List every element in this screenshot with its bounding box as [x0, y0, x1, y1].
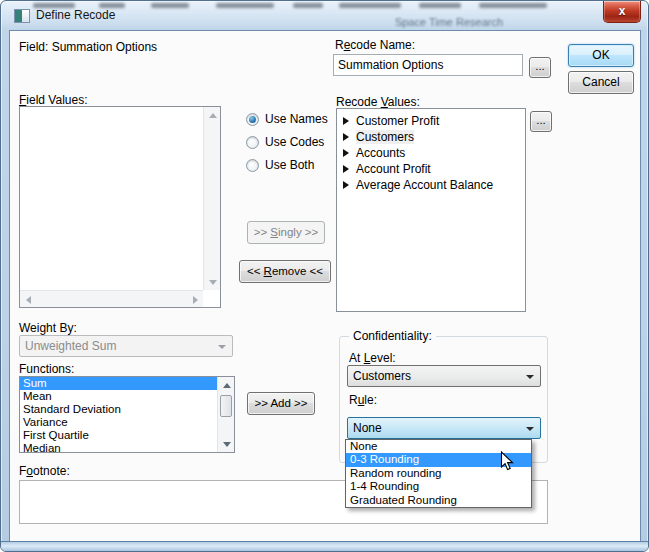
recode-value-item[interactable]: Average Account Balance: [337, 177, 525, 193]
app-icon: [14, 9, 30, 23]
triangle-up-icon: [223, 383, 231, 388]
expand-arrow-icon[interactable]: [343, 181, 349, 189]
recode-value-item[interactable]: Account Profit: [337, 161, 525, 177]
function-item[interactable]: Median: [20, 442, 217, 453]
functions-label: Functions:: [19, 362, 74, 376]
scroll-down-button[interactable]: [204, 274, 221, 290]
recode-name-label: Recode Name:: [335, 38, 415, 52]
rule-value: None: [353, 421, 382, 435]
rule-option[interactable]: 1-4 Rounding: [346, 480, 531, 493]
rule-combobox[interactable]: None: [347, 417, 541, 439]
function-item[interactable]: Variance: [20, 416, 217, 429]
at-level-combobox[interactable]: Customers: [347, 365, 541, 387]
weight-by-combobox[interactable]: Unweighted Sum: [19, 335, 233, 357]
scroll-up-button[interactable]: [204, 107, 221, 123]
recode-value-item[interactable]: Customers: [337, 129, 525, 145]
radio-icon: [246, 136, 259, 149]
window-bottom-border: [1, 541, 648, 551]
triangle-right-icon: [193, 296, 198, 304]
background-watermark: Space Time Research: [384, 16, 514, 28]
chevron-down-icon: [526, 427, 534, 431]
scroll-down-button[interactable]: [218, 436, 235, 452]
function-item[interactable]: Standard Deviation: [20, 403, 217, 416]
radio-label: Use Codes: [265, 135, 324, 149]
remove-button[interactable]: << Remove <<: [239, 260, 331, 283]
weight-by-label: Weight By:: [19, 321, 77, 335]
triangle-down-icon: [209, 280, 217, 285]
recode-name-browse-button[interactable]: ...: [529, 57, 551, 78]
ok-button[interactable]: OK: [568, 44, 634, 67]
field-values-hscrollbar[interactable]: [20, 290, 203, 307]
add-button[interactable]: >> Add >>: [247, 392, 315, 415]
radio-label: Use Both: [265, 158, 314, 172]
function-item[interactable]: Sum: [20, 377, 217, 390]
mouse-cursor-icon: [500, 451, 514, 472]
scroll-right-button[interactable]: [187, 291, 203, 308]
titlebar-artifact: [216, 3, 274, 8]
define-recode-dialog: Space Time Research Define Recode x Fiel…: [0, 0, 649, 552]
at-level-value: Customers: [353, 369, 411, 383]
recode-values-label: Recode Values:: [336, 95, 420, 109]
confidentiality-label: Confidentiality:: [349, 329, 436, 343]
window-title: Define Recode: [36, 8, 115, 22]
titlebar-artifact: [151, 3, 189, 8]
dialog-client-area: Field: Summation Options Recode Name: ..…: [9, 30, 641, 543]
field-summary-label: Field: Summation Options: [19, 40, 157, 54]
expand-arrow-icon[interactable]: [343, 149, 349, 157]
rule-dropdown-list[interactable]: None 0-3 Rounding Random rounding 1-4 Ro…: [345, 439, 532, 508]
functions-vscrollbar[interactable]: [217, 377, 234, 452]
function-item[interactable]: First Quartile: [20, 429, 217, 442]
rule-option[interactable]: Graduated Rounding: [346, 494, 531, 507]
recode-values-listbox[interactable]: Customer Profit Customers Accounts Accou…: [336, 108, 526, 312]
expand-arrow-icon[interactable]: [343, 133, 349, 141]
scrollbar-thumb[interactable]: [220, 395, 232, 417]
radio-icon: [246, 159, 259, 172]
weight-by-value: Unweighted Sum: [25, 339, 116, 353]
titlebar-artifact: [479, 3, 547, 8]
title-bar[interactable]: Space Time Research Define Recode x: [1, 1, 648, 30]
radio-label: Use Names: [265, 112, 328, 126]
singly-button[interactable]: >> Singly >>: [247, 221, 325, 244]
footnote-label: Footnote:: [19, 464, 70, 478]
triangle-up-icon: [209, 113, 217, 118]
at-level-label: At Level:: [349, 351, 396, 365]
recode-name-input[interactable]: [333, 54, 523, 76]
chevron-down-icon: [218, 345, 226, 349]
radio-use-both[interactable]: Use Both: [246, 157, 314, 173]
field-values-label: Field Values:: [19, 93, 88, 107]
scroll-up-button[interactable]: [218, 377, 235, 393]
scroll-left-button[interactable]: [20, 291, 36, 308]
rule-label: Rule:: [349, 393, 377, 407]
triangle-left-icon: [26, 296, 31, 304]
recode-value-item[interactable]: Accounts: [337, 145, 525, 161]
field-values-listbox[interactable]: [19, 106, 221, 308]
chevron-down-icon: [526, 375, 534, 379]
field-values-vscrollbar[interactable]: [203, 107, 220, 290]
titlebar-artifact: [339, 3, 401, 8]
cancel-button[interactable]: Cancel: [568, 71, 634, 94]
functions-listbox[interactable]: Sum Mean Standard Deviation Variance Fir…: [19, 376, 235, 453]
expand-arrow-icon[interactable]: [343, 165, 349, 173]
titlebar-artifact: [293, 3, 323, 8]
close-button[interactable]: x: [603, 1, 641, 23]
titlebar-artifact: [419, 3, 461, 8]
recode-value-item[interactable]: Customer Profit: [337, 113, 525, 129]
expand-arrow-icon[interactable]: [343, 117, 349, 125]
triangle-down-icon: [223, 442, 231, 447]
radio-selected-icon: [246, 113, 259, 126]
recode-values-browse-button[interactable]: ...: [530, 111, 552, 132]
function-item[interactable]: Mean: [20, 390, 217, 403]
radio-use-codes[interactable]: Use Codes: [246, 134, 324, 150]
radio-use-names[interactable]: Use Names: [246, 111, 328, 127]
